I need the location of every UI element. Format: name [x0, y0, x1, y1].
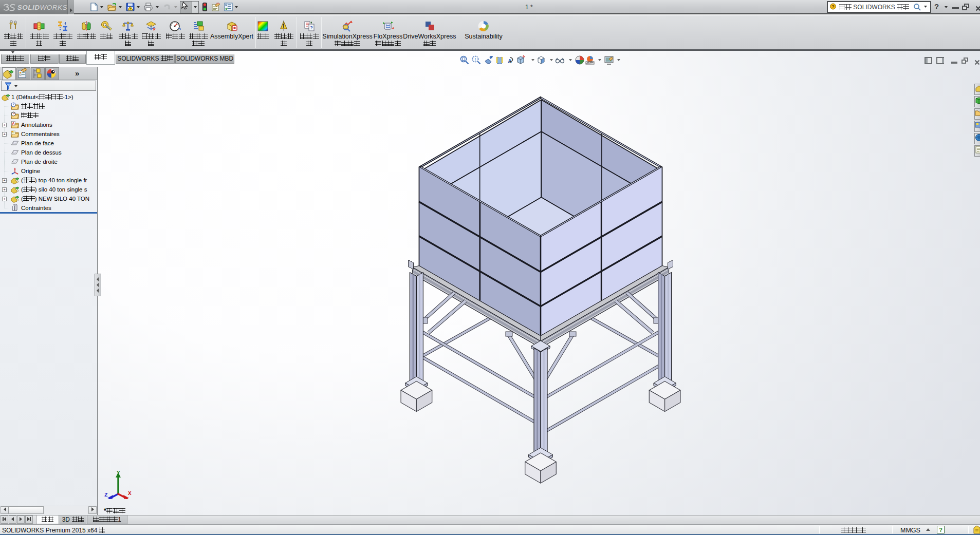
svg-text:!: !: [475, 57, 476, 62]
svg-text:!: !: [130, 7, 131, 11]
svg-text:?: ?: [831, 4, 835, 9]
svg-text:Y: Y: [117, 470, 120, 476]
svg-text:A: A: [12, 121, 15, 126]
svg-text:?: ?: [310, 25, 313, 30]
